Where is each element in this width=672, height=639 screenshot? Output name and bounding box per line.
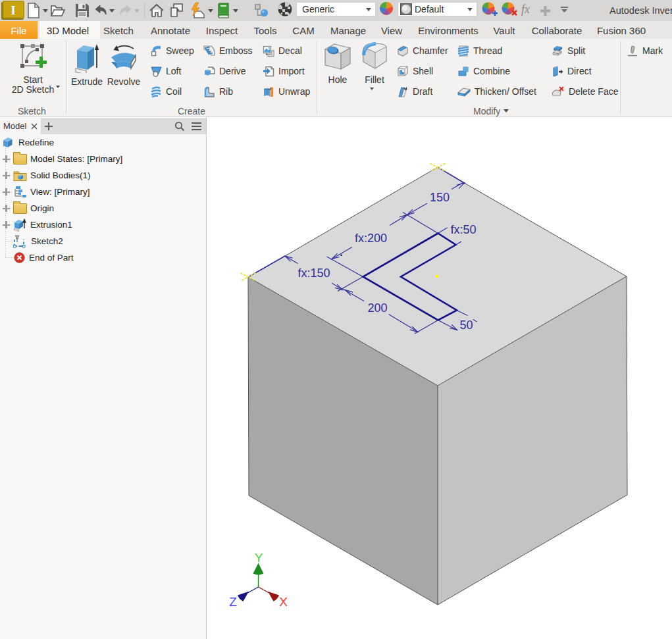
svg-text:I: I: [11, 3, 15, 17]
